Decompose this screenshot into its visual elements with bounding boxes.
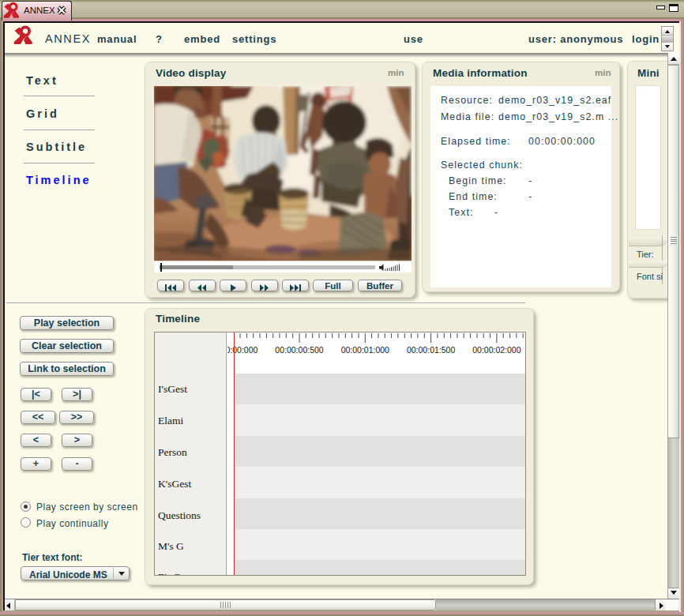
svg-text:00:00:01:500: 00:00:01:500: [407, 345, 455, 355]
svg-text:00:00:01:000: 00:00:01:000: [341, 345, 389, 355]
svg-text:00:00:02:000: 00:00:02:000: [472, 345, 521, 355]
svg-text:00:00:00:000: 00:00:00:000: [227, 345, 258, 355]
svg-text:00:00:00:500: 00:00:00:500: [275, 345, 323, 355]
